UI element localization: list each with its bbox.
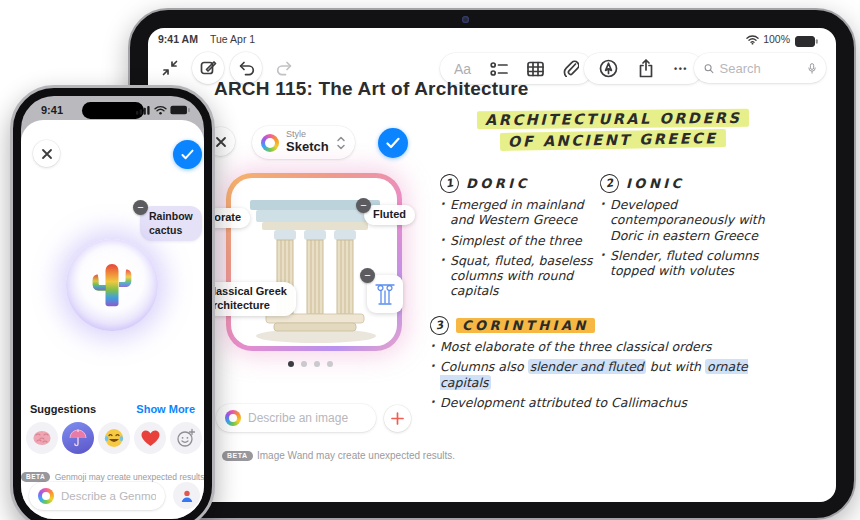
style-selector[interactable]: Style Sketch — [252, 126, 355, 159]
section-doric: 1 DORIC Emerged in mainland and Western … — [440, 174, 598, 304]
chevron-up-down-icon — [336, 135, 346, 151]
image-wand-accept-button[interactable] — [378, 128, 408, 158]
wifi-icon — [746, 34, 759, 45]
note-heading: ARCHITECTURAL ORDERS OF ANCIENT GREECE — [448, 110, 778, 149]
new-genmoji-button[interactable] — [170, 422, 202, 454]
image-wand-beta-line: BETA Image Wand may create unexpected re… — [222, 445, 455, 463]
show-more-link[interactable]: Show More — [136, 403, 195, 415]
add-image-button[interactable] — [384, 405, 411, 432]
style-value: Sketch — [286, 140, 329, 154]
red-heart-emoji[interactable] — [134, 422, 166, 454]
ipad-date: Tue Apr 1 — [210, 33, 255, 45]
close-icon — [215, 136, 227, 148]
section-title: IONIC — [626, 176, 685, 191]
iphone-device: 9:41 − — [10, 85, 215, 520]
face-with-tears-of-joy-emoji[interactable] — [98, 422, 130, 454]
note-bullet: Developed contemporaneously with Doric i… — [600, 197, 782, 243]
heading-line2: OF ANCIENT GREECE — [500, 129, 726, 151]
ipad-device: 9:41 AM Tue Apr 1 100% — [128, 8, 856, 520]
ipad-camera — [462, 16, 469, 23]
tag-label: Rainbow — [149, 210, 193, 222]
ipad-screen: 9:41 AM Tue Apr 1 100% — [148, 28, 836, 502]
generated-image-card[interactable] — [226, 173, 402, 351]
dictation-icon[interactable] — [808, 61, 816, 76]
describe-genmoji-bar[interactable] — [29, 482, 165, 510]
tag-label: cactus — [149, 224, 182, 236]
genmoji-tag: Rainbow cactus — [140, 206, 202, 241]
redo-icon — [275, 59, 294, 77]
genmoji-close-button[interactable] — [33, 140, 60, 167]
beta-badge: BETA — [222, 451, 253, 461]
section-title: DORIC — [466, 176, 530, 191]
highlighted-text: slender and fluted — [528, 359, 646, 374]
pencil-tools-button[interactable] — [599, 59, 618, 78]
genmoji-sheet: − Rainbow cactus — [21, 120, 204, 519]
collapse-icon — [161, 59, 179, 77]
tag-fluted: Fluted — [364, 205, 415, 225]
note-bullet: Simplest of the three — [440, 233, 598, 248]
close-icon — [41, 148, 53, 160]
tag-label: Classical Greek — [205, 285, 287, 297]
section-title: CORINTHIAN — [456, 318, 595, 333]
signal-icon — [136, 105, 151, 115]
ipad-status-bar: 9:41 AM Tue Apr 1 100% — [148, 33, 836, 51]
genmoji-icon — [38, 488, 54, 504]
section-corinthian: 3 CORINTHIAN Most elaborate of the three… — [430, 316, 775, 415]
more-button[interactable]: ••• — [674, 64, 688, 74]
check-icon — [181, 149, 194, 160]
remove-sketch-ref-button[interactable]: − — [360, 268, 375, 283]
beta-badge: BETA — [21, 472, 50, 482]
column-sketch-icon — [373, 281, 397, 307]
collapse-button[interactable] — [154, 52, 186, 84]
beta-text: Genmoji may create unexpected results. — [55, 472, 204, 482]
image-wand-icon — [225, 410, 241, 426]
suggestions-label: Suggestions — [30, 403, 96, 415]
bullet-text: Columns also — [440, 359, 528, 374]
note-title: ARCH 115: The Art of Architecture — [214, 78, 529, 100]
rainbow-cactus-emoji — [86, 257, 138, 313]
remove-tag-fluted-button[interactable]: − — [356, 198, 371, 213]
profile-button[interactable] — [173, 482, 200, 509]
dynamic-island — [82, 102, 144, 119]
remove-genmoji-tag-button[interactable]: − — [133, 200, 148, 215]
section-number: 1 — [438, 172, 460, 194]
checklist-button[interactable] — [490, 61, 508, 77]
text-format-button[interactable]: Aa — [454, 61, 471, 77]
search-icon — [704, 62, 714, 75]
search-bar[interactable] — [694, 53, 826, 83]
describe-image-input[interactable] — [248, 411, 367, 425]
genmoji-accept-button[interactable] — [173, 140, 202, 169]
brain-emoji[interactable] — [26, 422, 58, 454]
image-pagination-dots[interactable] — [288, 361, 333, 367]
genmoji-preview-bubble — [66, 239, 158, 331]
attachment-button[interactable] — [563, 60, 579, 77]
ipad-time: 9:41 AM — [158, 33, 198, 45]
section-ionic: 2 IONIC Developed contemporaneously with… — [600, 174, 782, 283]
table-button[interactable] — [527, 61, 544, 77]
rainbow-umbrella-genmoji[interactable] — [62, 422, 94, 454]
check-icon — [386, 137, 400, 149]
note-bullet: Emerged in mainland and Western Greece — [440, 197, 598, 228]
actions-group: ••• — [584, 53, 703, 84]
search-input[interactable] — [720, 61, 802, 76]
note-bullet: Squat, fluted, baseless columns with rou… — [440, 253, 598, 299]
wifi-icon — [154, 105, 167, 115]
beta-text: Image Wand may create unexpected results… — [257, 450, 455, 461]
battery-icon — [170, 105, 190, 115]
section-number: 3 — [428, 314, 450, 336]
note-bullet: Development attributed to Callimachus — [430, 395, 775, 410]
share-button[interactable] — [638, 59, 654, 78]
stage: 9:41 AM Tue Apr 1 100% — [0, 0, 860, 520]
note-bullet: Columns also slender and fluted but with… — [430, 359, 775, 390]
note-bullet: Slender, fluted columns topped with volu… — [600, 248, 782, 279]
note-bullet: Most elaborate of the three classical or… — [430, 339, 775, 354]
describe-image-bar[interactable] — [216, 404, 376, 432]
tag-label: Fluted — [373, 208, 406, 220]
iphone-time: 9:41 — [41, 104, 63, 116]
person-icon — [180, 489, 194, 503]
plus-icon — [391, 412, 404, 425]
suggestions-row — [26, 422, 202, 454]
describe-genmoji-input[interactable] — [61, 490, 156, 502]
undo-icon — [237, 59, 256, 77]
battery-icon — [795, 36, 818, 47]
